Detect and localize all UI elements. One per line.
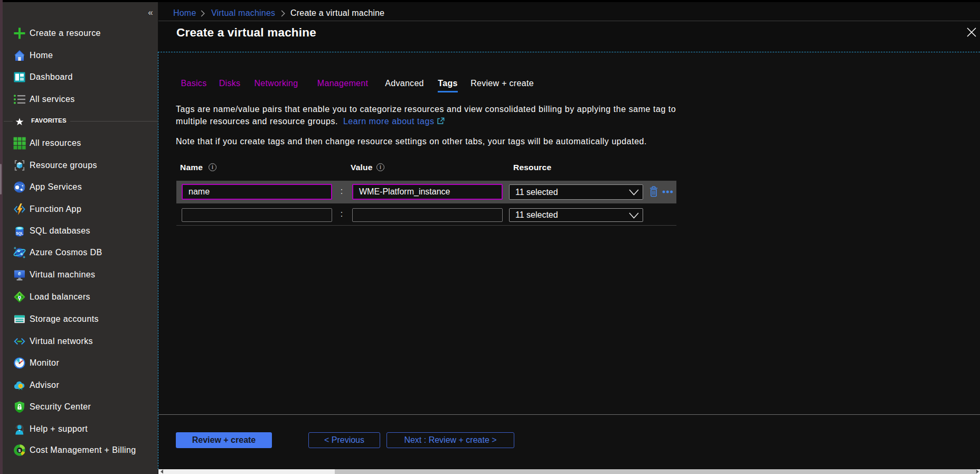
svg-text:SQL: SQL xyxy=(16,231,23,236)
svg-text:$: $ xyxy=(18,448,21,453)
